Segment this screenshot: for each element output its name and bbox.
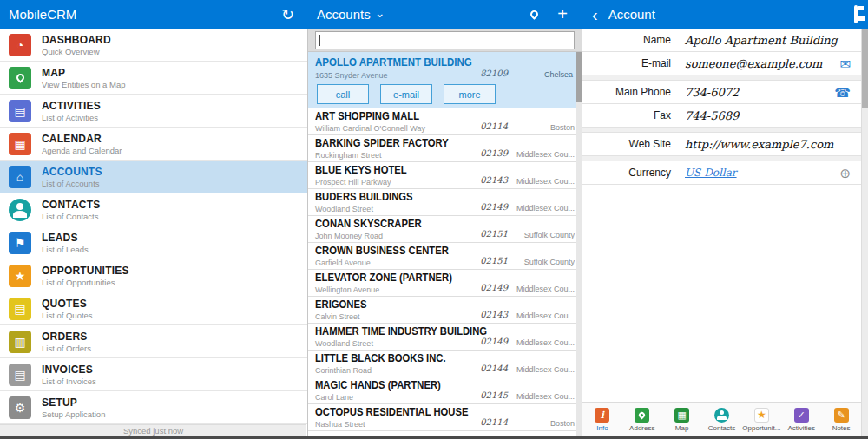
tab-label: Opportunit... xyxy=(742,424,780,432)
detail-title: Account xyxy=(608,7,655,22)
tab-info[interactable]: i Info xyxy=(582,403,622,436)
sidebar-item-quotes[interactable]: ▤ QUOTES List of Quotes xyxy=(0,292,307,325)
account-row[interactable]: ELEVATOR ZONE (PARTNER) Wellington Avenu… xyxy=(308,270,582,297)
sidebar-item-setup[interactable]: ⚙ SETUP Setup Application xyxy=(0,391,307,424)
sidebar-item-leads[interactable]: ⚑ LEADS List of Leads xyxy=(0,226,307,259)
account-street: John Mooney Road xyxy=(315,232,383,240)
account-zip: 02143 xyxy=(480,175,508,185)
activities-check-icon: ✓ xyxy=(794,408,809,423)
account-city: Middlesex Cou... xyxy=(516,150,575,159)
account-row[interactable]: MAGIC HANDS (PARTNER) Carol Lane 02145 M… xyxy=(308,377,582,404)
field-row-email[interactable]: E-mail someone@example.com ✉ xyxy=(582,52,861,75)
tab-label: Notes xyxy=(832,424,851,432)
account-street: Wellington Avenue xyxy=(315,285,379,294)
tab-address[interactable]: Address xyxy=(622,403,662,436)
account-name: CROWN BUSINESS CENTER xyxy=(315,245,449,257)
sidebar-item-subtitle: View Entities on a Map xyxy=(42,80,125,89)
back-icon[interactable]: ‹ xyxy=(592,8,598,22)
field-row-web-site[interactable]: Web Site http://www.example7.com xyxy=(582,133,861,156)
email-icon[interactable]: ✉ xyxy=(839,57,851,70)
account-row[interactable]: BUDERS BUILDINGS Woodland Street 02149 M… xyxy=(308,189,582,216)
detail-scrollbar[interactable] xyxy=(861,29,868,436)
email-button[interactable]: e-mail xyxy=(380,84,432,104)
floppy-glyph xyxy=(854,5,858,23)
top-bar: MobileCRM ↻ Accounts ⌄ + ‹ Account xyxy=(0,0,868,29)
phone-icon[interactable]: ☎ xyxy=(834,86,851,99)
account-row[interactable]: ERIGONES Calvin Street 02143 Middlesex C… xyxy=(308,297,582,324)
chevron-down-icon[interactable]: ⌄ xyxy=(375,6,385,20)
map-pin-icon xyxy=(9,67,31,89)
account-row[interactable]: OCTOPUS RESIDENTIAL HOUSE Nashua Street … xyxy=(308,404,582,431)
info-icon: i xyxy=(595,408,609,423)
pin-glyph xyxy=(15,72,26,83)
tab-label: Info xyxy=(596,424,608,432)
account-zip: 02149 xyxy=(480,202,508,212)
account-street: Garfield Avenue xyxy=(315,259,371,267)
account-zip: 02149 xyxy=(480,337,508,346)
activities-icon: ▤ xyxy=(9,100,31,122)
list-title[interactable]: Accounts xyxy=(317,7,371,22)
sync-icon[interactable]: ↻ xyxy=(281,7,294,23)
field-row-currency[interactable]: Currency US Dollar ⊕ xyxy=(582,161,861,185)
sidebar-item-calendar[interactable]: ▦ CALENDAR Agenda and Calendar xyxy=(0,128,307,161)
account-zip: 02114 xyxy=(480,417,508,427)
account-row[interactable]: BLUE KEYS HOTEL Prospect Hill Parkway 02… xyxy=(308,162,582,189)
notes-pencil-icon: ✎ xyxy=(834,408,849,423)
account-city: Middlesex Cou... xyxy=(516,177,575,186)
sidebar-item-contacts[interactable]: CONTACTS List of Contacts xyxy=(0,193,307,226)
sidebar-item-subtitle: List of Invoices xyxy=(42,377,96,386)
map-icon: ▦ xyxy=(674,408,689,423)
account-street: Woodland Street xyxy=(315,205,373,213)
account-zip: 82109 xyxy=(480,69,508,78)
more-button[interactable]: more xyxy=(444,84,496,104)
add-account-icon[interactable]: + xyxy=(557,4,568,24)
account-row[interactable]: HAMMER TIME INDUSTRY BUILDING Woodland S… xyxy=(308,324,582,351)
search-input[interactable] xyxy=(315,31,575,49)
save-icon[interactable] xyxy=(854,7,858,23)
currency-link[interactable]: US Dollar xyxy=(685,167,737,179)
account-name: ERIGONES xyxy=(315,298,366,311)
tab-opportunities[interactable]: ★ Opportunit... xyxy=(741,403,781,436)
sidebar-item-invoices[interactable]: ▤ INVOICES List of Invoices xyxy=(0,358,307,391)
account-city: Chelsea xyxy=(544,70,573,79)
account-row[interactable]: CONAN SKYSCRAPER John Mooney Road 02151 … xyxy=(308,216,582,243)
field-row-fax[interactable]: Fax 744-5689 xyxy=(582,104,861,128)
field-value: 744-5689 xyxy=(685,109,739,122)
sidebar-item-subtitle: Setup Application xyxy=(42,410,105,419)
tab-label: Address xyxy=(629,424,654,432)
account-row[interactable]: BARKING SPIDER FACTORY Rockingham Street… xyxy=(308,135,582,162)
sidebar-item-activities[interactable]: ▤ ACTIVITIES List of Activities xyxy=(0,95,307,128)
sidebar-item-dashboard[interactable]: ◔ DASHBOARD Quick Overview xyxy=(0,29,307,62)
sidebar-item-accounts[interactable]: ⌂ ACCOUNTS List of Accounts xyxy=(0,161,307,193)
app-title: MobileCRM xyxy=(9,7,76,22)
selected-account-card[interactable]: APOLLO APARTMENT BUILDING 1635 Snyder Av… xyxy=(308,52,582,108)
account-city: Middlesex Cou... xyxy=(516,204,575,213)
account-row[interactable]: ART SHOPPING MALL William Cardinal O'Con… xyxy=(308,108,582,135)
tab-notes[interactable]: ✎ Notes xyxy=(821,403,861,436)
opportunities-star-icon: ★ xyxy=(754,408,769,423)
account-row[interactable]: LITTLE BLACK BOOKS INC. Corinthian Road … xyxy=(308,351,582,377)
field-row-name[interactable]: Name Apollo Apartment Building xyxy=(582,29,861,52)
sidebar-item-subtitle: List of Activities xyxy=(42,113,101,122)
account-city: Middlesex Cou... xyxy=(516,311,575,320)
account-city: Suffolk County xyxy=(524,258,575,266)
tab-map[interactable]: ▦ Map xyxy=(662,403,702,436)
sidebar-item-subtitle: Quick Overview xyxy=(42,47,111,56)
account-row[interactable]: CROWN BUSINESS CENTER Garfield Avenue 02… xyxy=(308,243,582,270)
contacts-icon xyxy=(9,199,31,221)
tab-contacts[interactable]: Contacts xyxy=(702,403,742,436)
tab-activities[interactable]: ✓ Activities xyxy=(781,403,821,436)
map-pin-icon[interactable] xyxy=(530,10,538,18)
scrollbar-thumb[interactable] xyxy=(862,29,868,108)
add-circle-icon[interactable]: ⊕ xyxy=(839,167,851,180)
sidebar-item-title: INVOICES xyxy=(42,364,96,376)
sidebar-item-title: ACCOUNTS xyxy=(42,166,102,178)
sidebar-item-orders[interactable]: ▥ ORDERS List of Orders xyxy=(0,325,307,358)
sidebar-item-opportunities[interactable]: ★ OPPORTUNITIES List of Opportunities xyxy=(0,259,307,292)
sidebar-item-subtitle: List of Accounts xyxy=(42,179,102,188)
orders-icon: ▥ xyxy=(9,331,31,353)
sidebar-item-map[interactable]: MAP View Entities on a Map xyxy=(0,62,307,95)
call-button[interactable]: call xyxy=(317,84,369,104)
contacts-icon xyxy=(714,408,729,423)
field-row-main-phone[interactable]: Main Phone 734-6072 ☎ xyxy=(582,81,861,104)
